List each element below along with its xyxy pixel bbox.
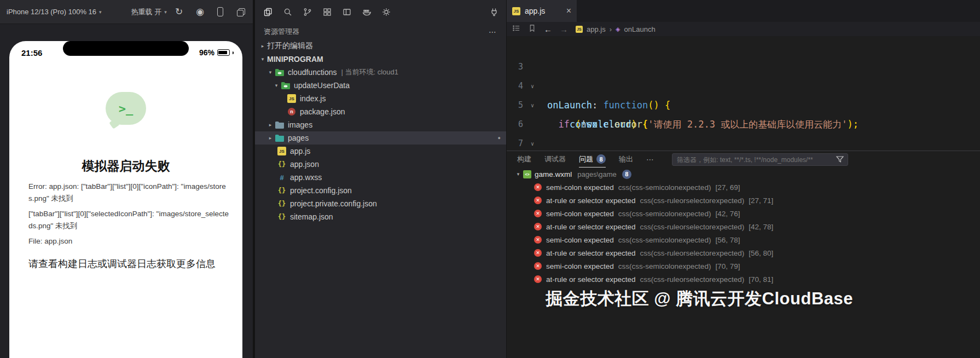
device-selector[interactable]: iPhone 12/13 (Pro) 100% 16 ▾ bbox=[7, 8, 102, 16]
error-detail: Error: app.json: ["tabBar"]["list"][0]["… bbox=[28, 181, 230, 247]
breadcrumb-file[interactable]: app.js bbox=[587, 25, 606, 33]
bookmark-icon[interactable] bbox=[528, 24, 536, 34]
tab-output[interactable]: 输出 bbox=[619, 152, 633, 168]
git-branch-icon[interactable] bbox=[303, 8, 312, 16]
code-line[interactable]: 6 ∨ } else { bbox=[507, 96, 980, 115]
simulator-panel: iPhone 12/13 (Pro) 100% 16 ▾ 热重载 开 ▾ ↻ ◉… bbox=[0, 0, 253, 358]
folder-icon bbox=[275, 133, 285, 143]
chevron-right-icon[interactable]: ▸ bbox=[266, 135, 275, 141]
close-icon[interactable]: × bbox=[566, 6, 571, 16]
error-line: ["tabBar"]["list"][0]["selectedIconPath"… bbox=[28, 208, 230, 220]
code-line[interactable]: 5 console.error('请使用 2.2.3 或以上的基础库以使用云能力… bbox=[507, 77, 980, 96]
status-battery: 96% bbox=[199, 48, 234, 57]
tree-item-cloudfunctions[interactable]: ▾ cloudfunctions | 当前环境: cloud1 bbox=[255, 66, 506, 79]
battery-percent: 96% bbox=[199, 48, 214, 57]
tab-problems[interactable]: 问题8 bbox=[579, 152, 606, 168]
tree-item-project-config[interactable]: {} project.config.json bbox=[255, 184, 506, 197]
simulator-actions: ↻ ◉ bbox=[175, 7, 245, 16]
problems-filter bbox=[672, 153, 848, 166]
tree-item-images[interactable]: ▸ images bbox=[255, 118, 506, 131]
cloud-folder-icon bbox=[281, 80, 291, 90]
problem-row[interactable]: ✕ semi-colon expected css(css-semicolone… bbox=[507, 259, 980, 273]
files-icon[interactable] bbox=[264, 8, 272, 16]
code-line[interactable]: 7 ∨ wx.cloud.init({ bbox=[507, 115, 980, 134]
more-actions-icon[interactable]: ⋯ bbox=[646, 155, 655, 164]
multi-window-icon[interactable] bbox=[236, 8, 245, 16]
problems-group-row[interactable]: ▾ <> game.wxml pages\game 8 bbox=[507, 168, 980, 181]
problem-row[interactable]: ✕ semi-colon expected css(css-semicolone… bbox=[507, 181, 980, 194]
tree-item-label: pages bbox=[288, 134, 309, 142]
chevron-down-icon[interactable]: ▾ bbox=[513, 171, 523, 177]
error-line: File: app.json bbox=[28, 235, 230, 247]
forward-arrow-icon[interactable]: → bbox=[560, 25, 568, 34]
explorer-panel: 资源管理器 ⋯ ▸ 打开的编辑器 ▾ MINIPROGRAM ▾ cloudfu… bbox=[255, 0, 506, 358]
back-arrow-icon[interactable]: ← bbox=[544, 25, 552, 34]
error-icon: ✕ bbox=[534, 249, 542, 257]
problem-row[interactable]: ✕ semi-colon expected css(css-semicolone… bbox=[507, 207, 980, 220]
prompt-glyph: >_ bbox=[119, 102, 134, 116]
folder-icon bbox=[275, 120, 285, 130]
tree-item-label: cloudfunctions bbox=[288, 68, 337, 77]
plug-icon[interactable] bbox=[490, 8, 498, 16]
js-file-icon: JS bbox=[576, 26, 583, 33]
explorer-title: 资源管理器 bbox=[264, 27, 299, 37]
problem-row[interactable]: ✕ at-rule or selector expected css(css-r… bbox=[507, 220, 980, 233]
filter-funnel-icon[interactable] bbox=[836, 155, 844, 164]
editor-navbar: ← → JS app.js › ◈ onLaunch bbox=[507, 22, 980, 36]
tree-item-label: updateUserData bbox=[294, 81, 350, 90]
tree-item-sitemap-json[interactable]: {} sitemap.json bbox=[255, 210, 506, 223]
hot-reload-toggle[interactable]: 热重载 开 ▾ bbox=[131, 7, 167, 17]
tree-item-package-json[interactable]: n package.json bbox=[255, 105, 506, 118]
tree-item-index-js[interactable]: JS index.js bbox=[255, 92, 506, 105]
tab-build[interactable]: 构建 bbox=[517, 152, 531, 168]
settings-gear-icon[interactable] bbox=[382, 8, 391, 16]
tree-item-app-json[interactable]: {} app.json bbox=[255, 158, 506, 171]
chevron-down-icon[interactable]: ▾ bbox=[272, 83, 281, 88]
tab-app-js[interactable]: JS app.js × bbox=[507, 0, 577, 22]
problem-row[interactable]: ✕ semi-colon expected css(css-semicolone… bbox=[507, 233, 980, 246]
tree-item-open-editors[interactable]: ▸ 打开的编辑器 bbox=[255, 39, 506, 53]
problem-row[interactable]: ✕ at-rule or selector expected css(css-r… bbox=[507, 194, 980, 207]
tree-item-label: sitemap.json bbox=[290, 212, 333, 221]
tree-item-project-private-config[interactable]: {} project.private.config.json bbox=[255, 197, 506, 210]
tree-item-updateuserdata[interactable]: ▾ updateUserData bbox=[255, 79, 506, 92]
problem-row[interactable]: ✕ at-rule or selector expected css(css-r… bbox=[507, 273, 980, 286]
device-selector-label: iPhone 12/13 (Pro) 100% 16 bbox=[7, 8, 96, 16]
refresh-icon[interactable]: ↻ bbox=[175, 7, 183, 16]
layout-icon[interactable] bbox=[343, 8, 351, 16]
filter-input[interactable] bbox=[672, 153, 848, 166]
problems-file-path: pages\game bbox=[577, 170, 617, 178]
more-actions-icon[interactable]: ⋯ bbox=[489, 27, 497, 36]
simulator-toolbar: iPhone 12/13 (Pro) 100% 16 ▾ 热重载 开 ▾ ↻ ◉ bbox=[0, 0, 253, 24]
error-icon: ✕ bbox=[534, 223, 542, 230]
extensions-icon[interactable] bbox=[323, 8, 332, 16]
error-icon: ✕ bbox=[534, 210, 542, 217]
symbol-icon: ◈ bbox=[616, 26, 620, 33]
chevron-down-icon[interactable]: ▾ bbox=[266, 70, 275, 75]
chevron-down-icon[interactable]: ▾ bbox=[258, 56, 267, 62]
search-icon[interactable] bbox=[283, 8, 292, 16]
tree-item-app-js[interactable]: JS app.js bbox=[255, 145, 506, 158]
breadcrumb-symbol[interactable]: onLaunch bbox=[624, 25, 656, 33]
tab-debugger[interactable]: 调试器 bbox=[544, 152, 566, 168]
code-editor[interactable]: 3 ∨ onLaunch: function() { 4 ∨ if (!wx.c… bbox=[507, 36, 980, 151]
problems-file: game.wxml bbox=[535, 170, 572, 178]
phone-icon[interactable] bbox=[217, 7, 223, 16]
tree-item-miniprogram[interactable]: ▾ MINIPROGRAM bbox=[255, 53, 506, 66]
docker-icon[interactable] bbox=[362, 8, 371, 16]
chevron-down-icon: ▾ bbox=[99, 9, 102, 15]
chevron-right-icon[interactable]: ▸ bbox=[266, 122, 275, 128]
record-icon[interactable]: ◉ bbox=[196, 7, 204, 16]
status-time: 21:56 bbox=[21, 48, 42, 57]
problem-row[interactable]: ✕ at-rule or selector expected css(css-r… bbox=[507, 246, 980, 259]
tree-item-pages[interactable]: ▸ pages ● bbox=[255, 131, 506, 145]
error-icon: ✕ bbox=[534, 183, 542, 191]
js-file-icon: JS bbox=[287, 94, 297, 103]
code-line[interactable]: 3 ∨ onLaunch: function() { bbox=[507, 38, 980, 57]
code-line[interactable]: 8 ∨ // env 参数说明: bbox=[507, 134, 980, 151]
tree-item-app-wxss[interactable]: # app.wxss bbox=[255, 171, 506, 184]
outline-icon[interactable] bbox=[512, 24, 520, 34]
chevron-right-icon[interactable]: ▸ bbox=[258, 43, 267, 49]
tree-item-label: project.config.json bbox=[290, 186, 352, 195]
code-line[interactable]: 4 ∨ if (!wx.cloud) { bbox=[507, 57, 980, 77]
